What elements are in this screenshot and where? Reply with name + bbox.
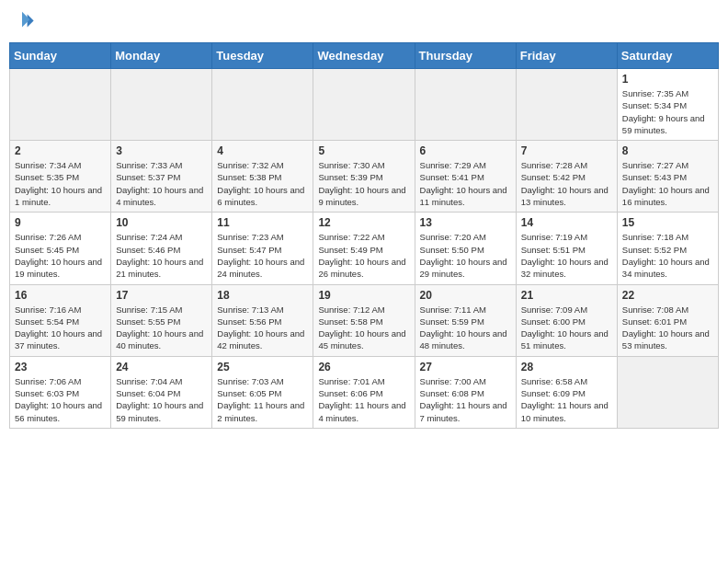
day-cell: 20Sunrise: 7:11 AM Sunset: 5:59 PM Dayli… — [415, 284, 516, 356]
day-number: 27 — [420, 361, 511, 373]
day-header-thursday: Thursday — [415, 43, 516, 69]
day-cell: 18Sunrise: 7:13 AM Sunset: 5:56 PM Dayli… — [212, 284, 313, 356]
day-info: Sunrise: 7:23 AM Sunset: 5:47 PM Dayligh… — [217, 231, 308, 280]
week-row-2: 2Sunrise: 7:34 AM Sunset: 5:35 PM Daylig… — [10, 141, 719, 213]
day-info: Sunrise: 7:00 AM Sunset: 6:08 PM Dayligh… — [420, 375, 511, 424]
day-cell: 21Sunrise: 7:09 AM Sunset: 6:00 PM Dayli… — [516, 284, 617, 356]
day-info: Sunrise: 7:06 AM Sunset: 6:03 PM Dayligh… — [15, 375, 106, 424]
day-info: Sunrise: 7:18 AM Sunset: 5:52 PM Dayligh… — [622, 231, 713, 280]
day-cell: 11Sunrise: 7:23 AM Sunset: 5:47 PM Dayli… — [212, 213, 313, 284]
day-cell: 22Sunrise: 7:08 AM Sunset: 6:01 PM Dayli… — [617, 284, 718, 356]
header-row: SundayMondayTuesdayWednesdayThursdayFrid… — [10, 43, 719, 69]
day-info: Sunrise: 7:29 AM Sunset: 5:41 PM Dayligh… — [420, 159, 511, 208]
day-cell: 10Sunrise: 7:24 AM Sunset: 5:46 PM Dayli… — [111, 213, 212, 284]
day-cell: 27Sunrise: 7:00 AM Sunset: 6:08 PM Dayli… — [415, 356, 516, 428]
day-info: Sunrise: 7:03 AM Sunset: 6:05 PM Dayligh… — [217, 375, 308, 424]
day-header-monday: Monday — [111, 43, 212, 69]
week-row-1: 1Sunrise: 7:35 AM Sunset: 5:34 PM Daylig… — [10, 69, 719, 141]
day-cell — [212, 69, 313, 141]
day-cell — [313, 69, 415, 141]
day-cell: 24Sunrise: 7:04 AM Sunset: 6:04 PM Dayli… — [111, 356, 212, 428]
day-number: 2 — [15, 144, 106, 157]
day-cell — [617, 356, 718, 428]
day-cell: 26Sunrise: 7:01 AM Sunset: 6:06 PM Dayli… — [313, 356, 415, 428]
logo-icon — [9, 9, 35, 35]
day-number: 26 — [318, 361, 409, 373]
day-info: Sunrise: 7:15 AM Sunset: 5:55 PM Dayligh… — [116, 304, 207, 352]
day-number: 24 — [116, 361, 207, 373]
day-info: Sunrise: 7:11 AM Sunset: 5:59 PM Dayligh… — [420, 304, 511, 352]
day-cell: 9Sunrise: 7:26 AM Sunset: 5:45 PM Daylig… — [10, 213, 111, 284]
day-number: 16 — [15, 289, 106, 302]
day-cell: 5Sunrise: 7:30 AM Sunset: 5:39 PM Daylig… — [313, 141, 415, 213]
day-number: 12 — [318, 216, 409, 229]
week-row-4: 16Sunrise: 7:16 AM Sunset: 5:54 PM Dayli… — [10, 284, 719, 356]
day-cell: 28Sunrise: 6:58 AM Sunset: 6:09 PM Dayli… — [516, 356, 617, 428]
day-info: Sunrise: 7:27 AM Sunset: 5:43 PM Dayligh… — [622, 159, 713, 208]
day-info: Sunrise: 7:33 AM Sunset: 5:37 PM Dayligh… — [116, 159, 207, 208]
day-cell — [10, 69, 111, 141]
day-info: Sunrise: 7:28 AM Sunset: 5:42 PM Dayligh… — [521, 159, 612, 208]
day-number: 19 — [318, 289, 409, 302]
day-info: Sunrise: 7:26 AM Sunset: 5:45 PM Dayligh… — [15, 231, 106, 280]
day-cell: 23Sunrise: 7:06 AM Sunset: 6:03 PM Dayli… — [10, 356, 111, 428]
day-cell: 14Sunrise: 7:19 AM Sunset: 5:51 PM Dayli… — [516, 213, 617, 284]
day-cell: 1Sunrise: 7:35 AM Sunset: 5:34 PM Daylig… — [617, 69, 718, 141]
week-row-5: 23Sunrise: 7:06 AM Sunset: 6:03 PM Dayli… — [10, 356, 719, 428]
day-number: 20 — [420, 289, 511, 302]
day-number: 17 — [116, 289, 207, 302]
day-header-wednesday: Wednesday — [313, 43, 415, 69]
day-cell: 25Sunrise: 7:03 AM Sunset: 6:05 PM Dayli… — [212, 356, 313, 428]
day-number: 13 — [420, 216, 511, 229]
day-cell: 16Sunrise: 7:16 AM Sunset: 5:54 PM Dayli… — [10, 284, 111, 356]
day-info: Sunrise: 7:32 AM Sunset: 5:38 PM Dayligh… — [217, 159, 308, 208]
day-info: Sunrise: 7:04 AM Sunset: 6:04 PM Dayligh… — [116, 375, 207, 424]
day-number: 22 — [622, 289, 713, 302]
day-info: Sunrise: 7:13 AM Sunset: 5:56 PM Dayligh… — [217, 304, 308, 352]
day-number: 3 — [116, 144, 207, 157]
day-info: Sunrise: 7:01 AM Sunset: 6:06 PM Dayligh… — [318, 375, 409, 424]
day-cell: 7Sunrise: 7:28 AM Sunset: 5:42 PM Daylig… — [516, 141, 617, 213]
day-cell: 3Sunrise: 7:33 AM Sunset: 5:37 PM Daylig… — [111, 141, 212, 213]
day-info: Sunrise: 7:35 AM Sunset: 5:34 PM Dayligh… — [622, 87, 713, 136]
day-number: 25 — [217, 361, 308, 373]
day-header-saturday: Saturday — [617, 43, 718, 69]
day-cell: 12Sunrise: 7:22 AM Sunset: 5:49 PM Dayli… — [313, 213, 415, 284]
week-row-3: 9Sunrise: 7:26 AM Sunset: 5:45 PM Daylig… — [10, 213, 719, 284]
day-info: Sunrise: 7:12 AM Sunset: 5:58 PM Dayligh… — [318, 304, 409, 352]
day-cell: 15Sunrise: 7:18 AM Sunset: 5:52 PM Dayli… — [617, 213, 718, 284]
day-number: 18 — [217, 289, 308, 302]
day-number: 28 — [521, 361, 612, 373]
day-number: 5 — [318, 144, 409, 157]
day-cell: 2Sunrise: 7:34 AM Sunset: 5:35 PM Daylig… — [10, 141, 111, 213]
day-cell — [516, 69, 617, 141]
day-info: Sunrise: 7:24 AM Sunset: 5:46 PM Dayligh… — [116, 231, 207, 280]
day-cell: 13Sunrise: 7:20 AM Sunset: 5:50 PM Dayli… — [415, 213, 516, 284]
day-number: 15 — [622, 216, 713, 229]
day-number: 8 — [622, 144, 713, 157]
day-number: 14 — [521, 216, 612, 229]
day-number: 6 — [420, 144, 511, 157]
day-info: Sunrise: 7:20 AM Sunset: 5:50 PM Dayligh… — [420, 231, 511, 280]
day-number: 1 — [622, 73, 713, 86]
logo — [9, 9, 39, 35]
day-number: 21 — [521, 289, 612, 302]
day-number: 23 — [15, 361, 106, 373]
day-info: Sunrise: 6:58 AM Sunset: 6:09 PM Dayligh… — [521, 375, 612, 424]
calendar-table: SundayMondayTuesdayWednesdayThursdayFrid… — [9, 42, 719, 429]
day-number: 11 — [217, 216, 308, 229]
day-info: Sunrise: 7:08 AM Sunset: 6:01 PM Dayligh… — [622, 304, 713, 352]
day-cell: 19Sunrise: 7:12 AM Sunset: 5:58 PM Dayli… — [313, 284, 415, 356]
day-cell: 8Sunrise: 7:27 AM Sunset: 5:43 PM Daylig… — [617, 141, 718, 213]
day-cell — [415, 69, 516, 141]
day-info: Sunrise: 7:16 AM Sunset: 5:54 PM Dayligh… — [15, 304, 106, 352]
day-cell: 17Sunrise: 7:15 AM Sunset: 5:55 PM Dayli… — [111, 284, 212, 356]
day-number: 7 — [521, 144, 612, 157]
header — [9, 9, 719, 35]
day-cell — [111, 69, 212, 141]
day-number: 9 — [15, 216, 106, 229]
day-number: 4 — [217, 144, 308, 157]
day-info: Sunrise: 7:09 AM Sunset: 6:00 PM Dayligh… — [521, 304, 612, 352]
day-cell: 6Sunrise: 7:29 AM Sunset: 5:41 PM Daylig… — [415, 141, 516, 213]
day-info: Sunrise: 7:30 AM Sunset: 5:39 PM Dayligh… — [318, 159, 409, 208]
